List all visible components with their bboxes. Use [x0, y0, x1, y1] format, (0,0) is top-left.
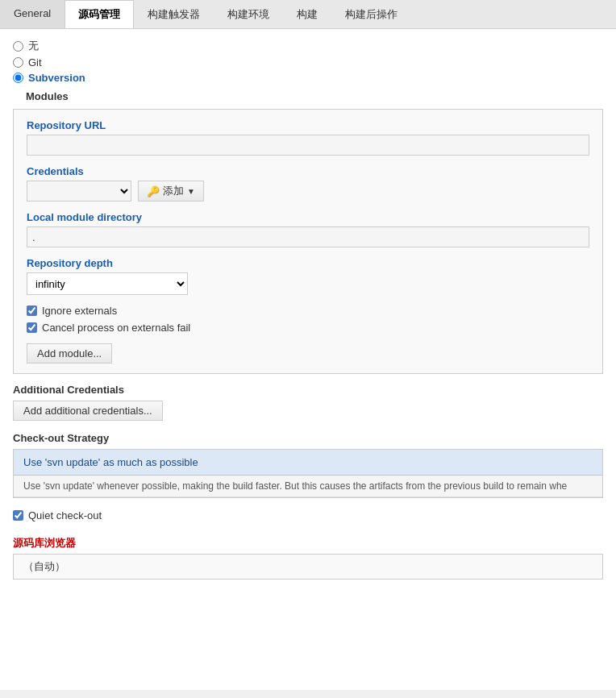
ignore-externals-checkbox[interactable]: [27, 305, 37, 316]
strategy-description: Use 'svn update' whenever possible, maki…: [14, 476, 602, 497]
add-module-button[interactable]: Add module...: [27, 343, 112, 364]
radio-item-none: 无: [13, 39, 603, 53]
modules-heading: Modules: [26, 90, 603, 102]
ignore-externals-item: Ignore externals: [27, 305, 589, 317]
strategy-box: Use 'svn update' as much as possible Use…: [13, 449, 603, 498]
add-additional-credentials-button[interactable]: Add additional credentials...: [13, 401, 163, 421]
tab-post-build[interactable]: 构建后操作: [331, 0, 411, 28]
radio-item-git: Git: [13, 56, 603, 69]
checkout-strategy-section: Check-out Strategy Use 'svn update' as m…: [13, 432, 603, 525]
checkout-strategy-title: Check-out Strategy: [13, 432, 603, 444]
tab-source-management[interactable]: 源码管理: [65, 0, 134, 28]
quiet-checkout-checkbox[interactable]: [13, 510, 23, 521]
cancel-process-item: Cancel process on externals fail: [27, 322, 589, 334]
local-module-dir-input[interactable]: [27, 226, 589, 247]
radio-none[interactable]: [13, 41, 23, 52]
quiet-checkout-label: Quiet check-out: [28, 509, 102, 521]
quiet-checkout-row: Quiet check-out: [13, 506, 603, 525]
repository-url-label: Repository URL: [27, 119, 589, 131]
add-button-label: 添加: [163, 184, 184, 198]
browser-item: （自动）: [14, 555, 602, 579]
radio-git[interactable]: [13, 57, 23, 68]
additional-credentials-section: Additional Credentials Add additional cr…: [13, 384, 603, 421]
credentials-label: Credentials: [27, 165, 589, 177]
add-credentials-button[interactable]: 🔑 添加 ▼: [138, 181, 204, 202]
tab-bar: General 源码管理 构建触发器 构建环境 构建 构建后操作: [0, 0, 616, 29]
radio-git-label: Git: [28, 56, 42, 69]
ignore-externals-label: Ignore externals: [42, 305, 117, 317]
main-content: 无 Git Subversion Modules Repository URL …: [0, 29, 616, 690]
tab-build-triggers[interactable]: 构建触发器: [134, 0, 214, 28]
repository-depth-group: Repository depth infinity 0 1 files imme…: [27, 257, 589, 295]
browser-box: （自动）: [13, 554, 603, 580]
cancel-process-checkbox[interactable]: [27, 322, 37, 333]
radio-item-subversion: Subversion: [13, 72, 603, 84]
source-type-radio-group: 无 Git Subversion: [13, 39, 603, 84]
key-icon: 🔑: [147, 185, 160, 197]
local-module-dir-label: Local module directory: [27, 211, 589, 223]
repository-url-group: Repository URL: [27, 119, 589, 156]
tab-build-env[interactable]: 构建环境: [214, 0, 283, 28]
strategy-option[interactable]: Use 'svn update' as much as possible: [14, 450, 602, 476]
local-module-dir-group: Local module directory: [27, 211, 589, 247]
tab-general[interactable]: General: [0, 0, 65, 28]
credentials-select[interactable]: [27, 181, 131, 202]
repository-url-input[interactable]: [27, 135, 589, 156]
radio-svn-label: Subversion: [28, 72, 85, 84]
modules-box: Repository URL Credentials 🔑 添加 ▼ Local …: [13, 109, 603, 374]
browser-title: 源码库浏览器: [13, 536, 603, 551]
browser-section: 源码库浏览器 （自动）: [13, 536, 603, 580]
repository-depth-label: Repository depth: [27, 257, 589, 269]
cancel-process-label: Cancel process on externals fail: [42, 322, 190, 334]
radio-svn[interactable]: [13, 73, 23, 83]
additional-credentials-title: Additional Credentials: [13, 384, 603, 396]
repository-depth-select[interactable]: infinity 0 1 files immediates: [27, 272, 188, 295]
credentials-row: 🔑 添加 ▼: [27, 181, 589, 202]
dropdown-arrow-icon: ▼: [187, 187, 195, 196]
radio-none-label: 无: [28, 39, 39, 53]
credentials-group: Credentials 🔑 添加 ▼: [27, 165, 589, 202]
tab-build[interactable]: 构建: [283, 0, 331, 28]
